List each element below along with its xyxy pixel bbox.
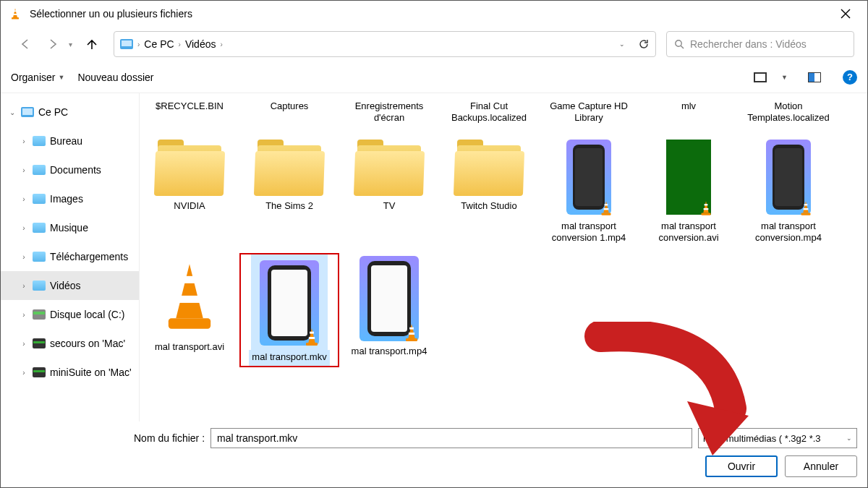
svg-rect-21: [182, 275, 197, 283]
file-grid[interactable]: $RECYCLE.BIN Captures Enregistrements d'…: [140, 93, 867, 421]
refresh-icon[interactable]: [638, 38, 650, 50]
svg-marker-24: [308, 328, 315, 343]
network-drive-icon: [33, 338, 46, 348]
breadcrumb-videos[interactable]: Vidéos: [185, 38, 216, 50]
folder-item[interactable]: Enregistrements d'écran: [339, 99, 439, 135]
expand-icon[interactable]: ›: [20, 282, 28, 290]
pc-icon: [120, 39, 133, 49]
vlc-cone-icon: [796, 199, 815, 218]
expand-icon[interactable]: ›: [20, 195, 28, 203]
folder-item[interactable]: Captures: [239, 99, 339, 135]
expand-icon[interactable]: ›: [20, 311, 28, 319]
file-open-dialog: Sélectionner un ou plusieurs fichiers ▾ …: [0, 0, 868, 488]
breadcrumb-ce-pc[interactable]: Ce PC: [144, 38, 174, 50]
sidebar-item-musique[interactable]: ›Musique: [1, 213, 139, 242]
chevron-right-icon: ›: [220, 40, 222, 48]
new-folder-button[interactable]: Nouveau dossier: [77, 72, 153, 83]
item-label: $RECYCLE.BIN: [153, 99, 226, 135]
breadcrumb: › Ce PC › Vidéos ›: [137, 38, 223, 50]
address-dropdown[interactable]: ⌄: [619, 40, 625, 48]
up-button[interactable]: [80, 33, 103, 56]
svg-rect-14: [704, 208, 709, 210]
vlc-cone-icon: [153, 257, 226, 337]
sidebar-item-label: Disque local (C:): [50, 309, 124, 320]
collapse-icon[interactable]: ⌄: [8, 108, 17, 116]
forward-button[interactable]: [41, 33, 64, 56]
folder-item[interactable]: NVIDIA: [140, 135, 239, 249]
folder-item[interactable]: Game Capture HD Library: [539, 99, 639, 135]
svg-line-7: [681, 46, 684, 48]
folder-item[interactable]: Final Cut Backups.localized: [439, 99, 539, 135]
sidebar-item-videos[interactable]: ›Vidéos: [1, 271, 139, 300]
sidebar-item-telechargements[interactable]: ›Téléchargements: [1, 242, 139, 271]
expand-icon[interactable]: ›: [20, 166, 28, 174]
video-thumbnail: [666, 140, 711, 215]
item-label: mal transport conversion 1.mp4: [542, 219, 636, 249]
cancel-button[interactable]: Annuler: [785, 455, 857, 477]
folder-item[interactable]: $RECYCLE.BIN: [140, 99, 239, 135]
expand-icon[interactable]: ›: [20, 340, 28, 348]
search-input[interactable]: Rechercher dans : Vidéos: [666, 31, 854, 57]
folder-item[interactable]: Motion Templates.localized: [739, 99, 838, 135]
folder-icon: [33, 194, 46, 204]
video-thumbnail: [766, 140, 811, 215]
expand-icon[interactable]: ›: [20, 137, 28, 145]
svg-rect-15: [702, 213, 711, 215]
filename-input[interactable]: [210, 428, 692, 448]
sidebar-item-label: Musique: [50, 222, 88, 234]
video-file-item[interactable]: mal transport conversion.avi: [639, 135, 739, 249]
expand-icon[interactable]: ›: [20, 369, 28, 377]
item-label: mal transport.mkv: [249, 350, 329, 367]
folder-item[interactable]: mlv: [639, 99, 739, 135]
item-label: Captures: [268, 99, 312, 135]
view-mode-button[interactable]: [752, 69, 768, 85]
video-file-item[interactable]: mal transport conversion 1.mp4: [539, 135, 639, 249]
sidebar-item-disque-local[interactable]: ›Disque local (C:): [1, 300, 139, 329]
open-button[interactable]: Ouvrir: [705, 455, 778, 477]
video-file-item[interactable]: mal transport.mp4: [339, 253, 439, 367]
vlc-cone-icon: [597, 199, 616, 218]
preview-pane-button[interactable]: [807, 69, 822, 85]
sidebar-root-ce-pc[interactable]: ⌄ Ce PC: [1, 98, 139, 127]
drive-icon: [33, 309, 46, 320]
sidebar-item-label: Téléchargements: [50, 251, 128, 262]
history-dropdown[interactable]: ▾: [69, 40, 76, 48]
item-label: Game Capture HD Library: [542, 99, 636, 135]
back-button[interactable]: [14, 33, 37, 56]
folder-item[interactable]: TV: [339, 135, 439, 249]
sidebar-item-images[interactable]: ›Images: [1, 184, 139, 213]
sidebar-item-secours[interactable]: ›secours on 'Mac': [1, 329, 139, 358]
folder-icon: [453, 140, 525, 197]
close-icon: [841, 9, 851, 19]
titlebar: Sélectionner un ou plusieurs fichiers: [1, 1, 867, 27]
organize-menu[interactable]: Organiser ▼: [11, 72, 64, 83]
video-file-item[interactable]: mal transport conversion.mp4: [739, 135, 838, 249]
filetype-combobox[interactable]: hiers multimédias ( *.3g2 *.3 ⌄: [698, 428, 857, 448]
item-label: Motion Templates.localized: [741, 99, 835, 135]
sidebar-item-documents[interactable]: ›Documents: [1, 155, 139, 184]
arrow-right-icon: [46, 38, 59, 51]
filename-label: Nom du fichier :: [134, 432, 205, 444]
sidebar-item-minisuite[interactable]: ›miniSuite on 'Mac': [1, 358, 139, 387]
view-mode-dropdown[interactable]: ▼: [781, 74, 788, 81]
vlc-cone-icon: [697, 199, 715, 218]
item-label: Final Cut Backups.localized: [442, 99, 536, 135]
close-button[interactable]: [831, 3, 860, 25]
help-button[interactable]: ?: [843, 70, 857, 85]
expand-icon[interactable]: ›: [20, 224, 28, 232]
folder-item[interactable]: The Sims 2: [239, 135, 339, 249]
svg-rect-18: [804, 208, 809, 210]
video-file-item[interactable]: mal transport.avi: [140, 253, 239, 367]
expand-icon[interactable]: ›: [20, 253, 28, 261]
arrow-left-icon: [19, 38, 32, 51]
item-label: mal transport conversion.avi: [642, 219, 736, 249]
video-file-item-selected[interactable]: mal transport.mkv: [239, 253, 339, 367]
item-label: TV: [380, 199, 399, 216]
sidebar-item-label: miniSuite on 'Mac': [50, 367, 132, 378]
folder-item[interactable]: Twitch Studio: [439, 135, 539, 249]
network-drive-icon: [33, 367, 46, 377]
chevron-down-icon: ▼: [58, 74, 64, 81]
address-bar[interactable]: › Ce PC › Vidéos › ⌄: [114, 31, 656, 57]
sidebar-item-bureau[interactable]: ›Bureau: [1, 127, 139, 155]
svg-marker-12: [703, 201, 709, 213]
